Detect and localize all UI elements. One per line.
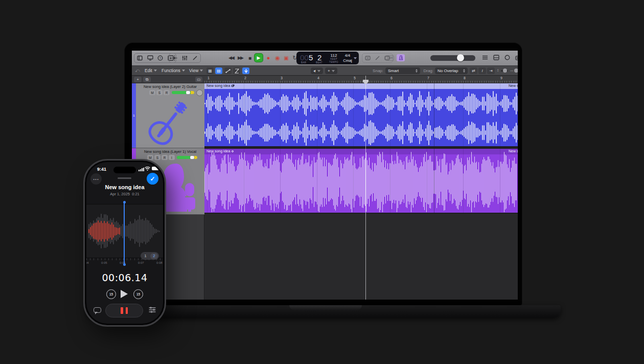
grid-view-button[interactable]: ▦ (206, 67, 214, 74)
recording-length: 0:21 (132, 192, 140, 196)
phone-waveform-red (88, 204, 121, 258)
piano-roll-button[interactable]: ▤ (215, 67, 222, 74)
quick-help-icon[interactable]: ? (157, 55, 164, 61)
record-arm-button[interactable]: R (164, 90, 170, 95)
lcd-timesig-value: 4/4 (341, 53, 354, 58)
track-number: 1 (133, 114, 134, 117)
sheet-grabber[interactable] (118, 177, 131, 179)
dynamic-island (113, 167, 136, 173)
track-volume-slider[interactable] (177, 156, 197, 159)
horizontal-zoom-slider[interactable] (514, 70, 517, 72)
layer-selector[interactable]: 1 2 (141, 252, 159, 260)
stop-button[interactable]: ■ (246, 54, 254, 62)
bar-number: 9 (500, 76, 502, 80)
add-track-button[interactable]: + (134, 77, 142, 82)
more-options-button[interactable]: ••• (90, 173, 102, 185)
horizontal-zoom-knob[interactable] (514, 69, 518, 73)
track-volume-slider[interactable] (172, 91, 194, 94)
voice-memos-screen: 9:41 ••• ✓ New song idea Apr 1, 2025 0:2… (86, 162, 163, 324)
elapsed-time: 00:06.14 (86, 272, 163, 283)
bar-ruler[interactable]: 1 2 3 4 5 6 7 8 9 (204, 76, 518, 83)
draw-icon[interactable] (374, 55, 381, 61)
region-vocal[interactable]: New song idea New song idea (204, 149, 518, 214)
flex-button[interactable] (233, 67, 240, 74)
macbook-lid-notch (289, 305, 362, 310)
mixer-icon[interactable] (181, 55, 188, 61)
automation-button[interactable] (224, 67, 232, 74)
track-header-guitar[interactable]: 1 New song idea (Layer 2) Guitar M S R (132, 83, 204, 148)
options-sliders-icon[interactable] (149, 307, 156, 313)
phone-waveform-zone[interactable] (86, 204, 163, 258)
vertical-zoom-slider[interactable] (501, 70, 508, 72)
lcd-chevron-icon[interactable] (354, 57, 357, 59)
edit-menu[interactable]: Edit (145, 68, 157, 73)
track-header-config-icon[interactable]: ▭ (195, 77, 202, 82)
record-arm-button[interactable]: R (162, 155, 168, 160)
bar-gridlines (204, 83, 518, 146)
playhead-line[interactable] (365, 76, 366, 300)
mute-button[interactable]: M (147, 155, 153, 160)
play-button[interactable] (121, 290, 128, 298)
done-button[interactable]: ✓ (147, 173, 158, 185)
master-volume-slider[interactable] (430, 55, 475, 61)
track-name[interactable]: New song idea (Layer 1) Vocal (137, 149, 203, 154)
drag-dropdown[interactable]: No Overlap (435, 67, 468, 74)
capture-recording-button[interactable]: ◉ (273, 54, 282, 62)
settings-icon[interactable] (171, 55, 178, 61)
transcript-icon[interactable] (94, 307, 101, 313)
catch-back-icon[interactable]: ⤺ (135, 68, 140, 74)
solo-button[interactable]: S (154, 155, 160, 160)
pointer-tool-icon: ➤ (312, 69, 317, 73)
rewind-button[interactable]: ◀◀ (227, 54, 235, 62)
lcd-beat-label: BEAT (316, 61, 323, 64)
list-editors-icon[interactable] (481, 54, 488, 61)
track-volume-knob[interactable] (190, 156, 194, 159)
snap-dropdown[interactable]: Smart (385, 67, 420, 74)
displays-icon[interactable] (147, 55, 153, 61)
vertical-zoom-icon: ↕ (497, 68, 499, 73)
skip-forward-15-button[interactable]: 15 (133, 289, 143, 299)
phone-playhead-line[interactable] (124, 202, 125, 264)
skip-back-15-button[interactable]: 15 (106, 289, 116, 299)
layer-2-button[interactable]: 2 (150, 253, 158, 259)
record-enable-button[interactable]: ▣ (282, 54, 290, 62)
pause-record-button[interactable] (105, 304, 143, 317)
editors-icon[interactable] (493, 54, 499, 61)
lcd-bar-leading-zeros: 00 (300, 53, 309, 62)
duplicate-track-button[interactable]: ⧉ (143, 77, 151, 82)
shuffle-tool-icon[interactable]: ⇄ (470, 67, 477, 74)
split-icon[interactable] (364, 55, 371, 61)
play-button[interactable]: ▶ (255, 54, 263, 62)
lcd-tempo-keep: KEEP (327, 58, 340, 60)
status-time: 9:41 (97, 167, 106, 172)
solo-button[interactable]: S (156, 90, 163, 95)
mute-button[interactable]: M (149, 90, 155, 95)
lcd-display[interactable]: 00 5 2 BAR BEAT 112 KEEP TEMPO 4/4 Cmaj (296, 52, 359, 64)
text-tool-icon[interactable]: I (478, 67, 486, 74)
track-name[interactable]: New song idea (Layer 2) Guitar (137, 84, 203, 89)
left-click-tool-menu[interactable]: ➤ (311, 67, 323, 74)
forward-button[interactable]: ▶▶ (236, 54, 244, 62)
record-button[interactable]: ● (264, 54, 272, 62)
functions-menu[interactable]: Functions (162, 68, 185, 73)
master-volume-knob[interactable] (457, 54, 464, 61)
pan-knob[interactable] (196, 89, 203, 96)
pencil-icon[interactable] (192, 55, 198, 61)
view-menu[interactable]: View (189, 68, 203, 73)
command-click-tool-menu[interactable]: + (325, 67, 337, 74)
session-players-icon[interactable] (504, 54, 511, 61)
toolbox-icon[interactable] (515, 54, 518, 61)
region-guitar[interactable]: New song idea New song idea (204, 83, 518, 147)
count-in-icon[interactable]: 1234 (385, 55, 394, 61)
catch-playhead-button[interactable] (242, 67, 249, 74)
snap-label: Snap: (362, 69, 383, 73)
bar-number: 2 (244, 76, 246, 80)
track-volume-knob[interactable] (186, 91, 190, 94)
crossfade-tool-icon[interactable]: ⇥ (487, 67, 495, 74)
pause-bar (121, 307, 123, 314)
metronome-icon[interactable] (397, 54, 405, 61)
layer-1-button[interactable]: 1 (141, 254, 150, 258)
vertical-zoom-knob[interactable] (503, 69, 507, 73)
input-monitor-button[interactable]: I (169, 155, 175, 160)
library-icon[interactable] (136, 55, 143, 61)
